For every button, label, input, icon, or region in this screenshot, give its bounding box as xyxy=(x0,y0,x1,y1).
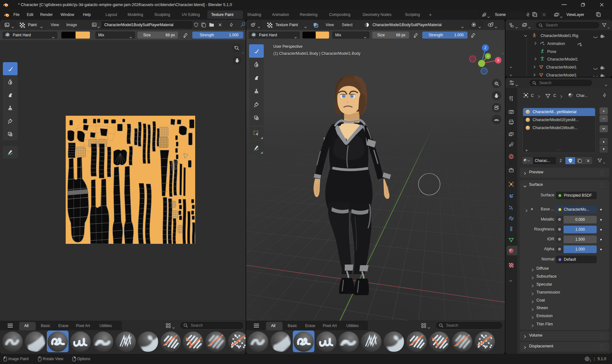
svg-text:Y: Y xyxy=(487,55,489,58)
svg-text:Z: Z xyxy=(484,46,486,50)
svg-text:X: X xyxy=(497,59,499,62)
